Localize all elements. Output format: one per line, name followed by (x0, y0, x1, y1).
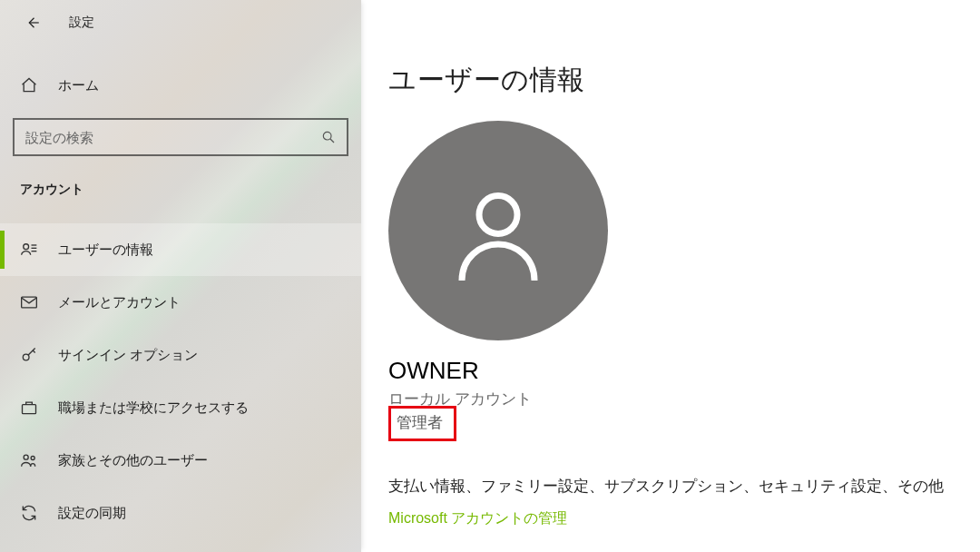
mail-icon (20, 293, 38, 311)
nav-list: ユーザーの情報 メールとアカウント サインイン オプション (0, 223, 361, 539)
briefcase-icon (20, 399, 38, 417)
nav-label: ユーザーの情報 (58, 242, 153, 259)
search-box[interactable] (13, 118, 348, 156)
nav-label: 家族とその他のユーザー (58, 452, 208, 469)
svg-point-3 (24, 244, 29, 250)
nav-sync[interactable]: 設定の同期 (0, 487, 361, 539)
settings-sidebar: 設定 ホーム アカウント ユーザーの情報 (0, 0, 361, 552)
home-icon (20, 76, 38, 94)
svg-point-1 (323, 132, 331, 140)
page-title: ユーザーの情報 (388, 62, 944, 99)
key-icon (20, 346, 38, 364)
svg-point-8 (23, 354, 29, 360)
header-row: 設定 (0, 0, 361, 45)
home-label: ホーム (58, 77, 99, 94)
user-badge-icon (20, 241, 38, 259)
nav-user-info[interactable]: ユーザーの情報 (0, 223, 361, 276)
svg-rect-9 (23, 405, 36, 414)
person-icon (444, 176, 553, 285)
nav-work-school[interactable]: 職場または学校にアクセスする (0, 381, 361, 434)
arrow-left-icon (24, 14, 42, 32)
svg-line-2 (330, 139, 334, 143)
nav-email[interactable]: メールとアカウント (0, 276, 361, 329)
back-button[interactable] (20, 10, 45, 35)
nav-label: 職場または学校にアクセスする (58, 399, 249, 417)
user-role-highlight: 管理者 (388, 406, 456, 441)
window-title: 設定 (69, 15, 94, 31)
account-type: ローカル アカウント (388, 389, 944, 409)
settings-description: 支払い情報、ファミリー設定、サブスクリプション、セキュリティ設定、その他 (388, 476, 944, 497)
svg-point-12 (479, 196, 517, 234)
svg-point-11 (31, 457, 34, 460)
search-input[interactable] (25, 130, 319, 145)
svg-rect-7 (22, 297, 37, 308)
people-icon (20, 451, 38, 469)
nav-signin[interactable]: サインイン オプション (0, 329, 361, 381)
nav-label: メールとアカウント (58, 294, 181, 311)
home-nav[interactable]: ホーム (0, 65, 361, 105)
category-label: アカウント (0, 156, 361, 209)
sync-icon (20, 504, 38, 522)
manage-account-link[interactable]: Microsoft アカウントの管理 (388, 509, 944, 528)
main-content: ユーザーの情報 OWNER ローカル アカウント 管理者 支払い情報、ファミリー… (361, 0, 980, 552)
nav-label: 設定の同期 (58, 505, 126, 522)
search-icon (319, 128, 338, 146)
svg-point-10 (24, 455, 28, 459)
user-avatar (388, 121, 608, 340)
nav-label: サインイン オプション (58, 347, 198, 364)
nav-family[interactable]: 家族とその他のユーザー (0, 434, 361, 487)
user-name: OWNER (388, 357, 944, 385)
